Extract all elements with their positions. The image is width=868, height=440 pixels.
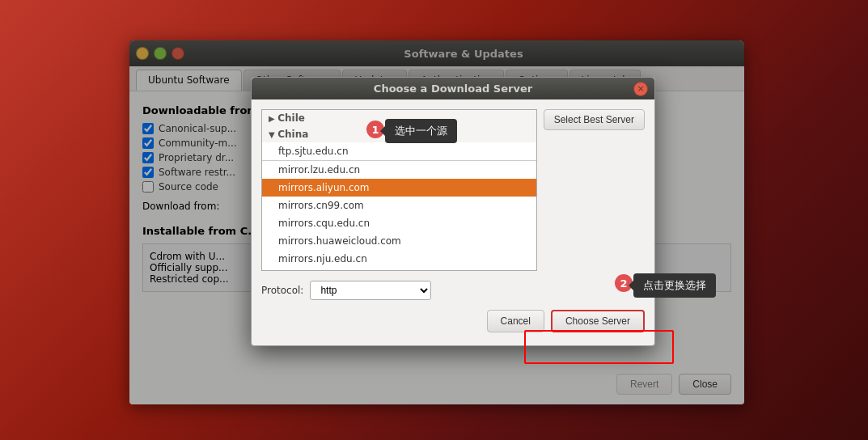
list-item-cn99[interactable]: mirrors.cn99.com bbox=[262, 197, 536, 214]
dialog-title: Choose a Download Server bbox=[374, 82, 532, 95]
list-item-huawei[interactable]: mirrors.huaweicloud.com bbox=[262, 232, 536, 250]
list-item-aliyun[interactable]: mirrors.aliyun.com bbox=[262, 179, 536, 197]
list-item-cqu[interactable]: mirrors.cqu.edu.cn bbox=[262, 214, 536, 232]
annotation-tooltip-1: 选中一个源 bbox=[385, 119, 457, 143]
download-server-dialog: Choose a Download Server × Chile China f… bbox=[251, 77, 655, 346]
cancel-button[interactable]: Cancel bbox=[487, 310, 544, 332]
protocol-row: Protocol: http https ftp bbox=[261, 281, 645, 300]
protocol-select[interactable]: http https ftp bbox=[310, 281, 431, 300]
protocol-label: Protocol: bbox=[261, 285, 303, 296]
list-item-sjtu[interactable]: ftp.sjtu.edu.cn bbox=[262, 142, 536, 160]
annotation-tooltip-2: 点击更换选择 bbox=[633, 273, 716, 298]
list-item-nju[interactable]: mirrors.nju.edu.cn bbox=[262, 250, 536, 268]
list-item-niupt[interactable]: mirrors.niupt.edu.cn bbox=[262, 268, 536, 271]
select-best-server-button[interactable]: Select Best Server bbox=[544, 109, 645, 130]
dialog-titlebar: Choose a Download Server × bbox=[252, 78, 654, 99]
dialog-close-button[interactable]: × bbox=[633, 82, 648, 96]
dialog-buttons: Cancel Choose Server bbox=[261, 310, 645, 336]
choose-server-button[interactable]: Choose Server bbox=[551, 310, 645, 332]
list-item-lzu[interactable]: mirror.lzu.edu.cn bbox=[262, 160, 536, 179]
